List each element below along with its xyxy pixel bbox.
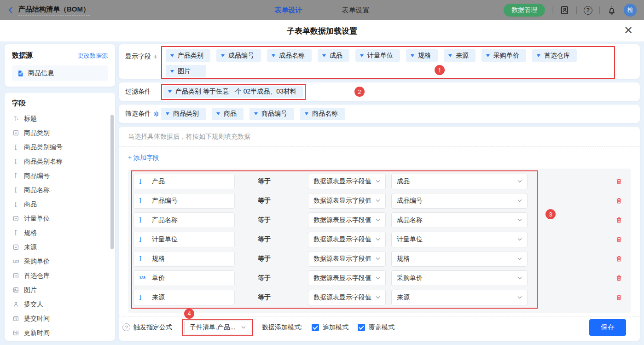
rule-value-select[interactable]: 成品 <box>391 174 528 189</box>
rule-field-input[interactable]: 产品名称 <box>133 212 235 228</box>
dropdown-triangle-icon <box>170 70 174 73</box>
field-item[interactable]: 首选仓库 <box>12 269 110 283</box>
field-item[interactable]: 提交人 <box>12 297 110 311</box>
field-item[interactable]: 商品 <box>12 197 110 211</box>
close-icon[interactable]: ✕ <box>624 25 633 36</box>
checkbox-checked-icon[interactable] <box>358 324 365 331</box>
field-item[interactable]: 提交时间 <box>12 311 110 326</box>
rule-source-select[interactable]: 数据源表显示字段值 <box>308 270 386 286</box>
trigger-formula-select[interactable]: 子件清单.产品... <box>184 321 251 334</box>
field-item[interactable]: 来源 <box>12 240 110 254</box>
rule-row: 单价 等于 数据源表显示字段值 采购单价 <box>133 270 631 286</box>
display-field-tag[interactable]: 规格 <box>406 49 438 62</box>
rule-source-select[interactable]: 数据源表显示字段值 <box>308 290 386 305</box>
avatar[interactable]: 检 <box>624 4 637 17</box>
display-field-tag[interactable]: 首选仓库 <box>532 49 577 62</box>
display-field-tag[interactable]: 采购单价 <box>482 49 526 62</box>
rule-value-select[interactable]: 成品名称 <box>391 212 528 228</box>
field-item[interactable]: 计量单位 <box>12 211 110 226</box>
field-item[interactable]: 规格 <box>12 226 110 240</box>
rule-value-select[interactable]: 规格 <box>391 251 528 267</box>
screening-tag[interactable]: 商品 <box>212 108 244 120</box>
rule-source-value: 数据源表显示字段值 <box>313 197 371 205</box>
rule-field-input[interactable]: 计量单位 <box>133 232 235 247</box>
append-mode-checkbox-group[interactable]: 追加模式 <box>312 323 348 332</box>
field-item[interactable]: 更新时间 <box>12 326 110 340</box>
rule-source-select[interactable]: 数据源表显示字段值 <box>308 232 386 247</box>
display-field-tag[interactable]: 成品名称 <box>267 49 312 62</box>
rule-field-input[interactable]: 来源 <box>133 290 235 305</box>
rule-field-input[interactable]: 产品编号 <box>133 193 235 209</box>
rule-value-select[interactable]: 计量单位 <box>391 232 528 247</box>
field-item[interactable]: 商品名称 <box>12 183 110 197</box>
datasource-item[interactable]: 商品信息 <box>12 65 108 81</box>
field-label: 更新时间 <box>24 329 50 337</box>
rule-field-input[interactable]: 单价 <box>133 270 235 286</box>
trash-icon[interactable] <box>615 197 622 204</box>
trash-icon[interactable] <box>615 255 622 262</box>
field-item[interactable]: 商品类别名称 <box>12 154 110 169</box>
change-datasource-link[interactable]: 更改数据源 <box>78 52 108 60</box>
rule-field-name: 单价 <box>152 274 165 282</box>
display-field-tag[interactable]: 成品编号 <box>216 49 261 62</box>
rules-rows-container: 产品 等于 数据源表显示字段值 成品 产品编号 等于 数据源表显示字段值 成品编… <box>128 169 631 313</box>
tag-label: 计量单位 <box>367 52 393 60</box>
field-item[interactable]: 商品编号 <box>12 169 110 183</box>
display-field-tag[interactable]: 计量单位 <box>355 49 400 62</box>
rule-field-name: 计量单位 <box>152 235 178 244</box>
tag-label: 成品 <box>330 52 342 60</box>
gear-icon[interactable] <box>153 111 159 117</box>
address-book-icon[interactable] <box>559 5 569 15</box>
checkbox-checked-icon[interactable] <box>312 324 319 331</box>
field-item[interactable]: 图片 <box>12 283 110 297</box>
chevron-down-icon <box>241 326 246 329</box>
tab-form-settings[interactable]: 表单设置 <box>342 6 370 15</box>
trash-icon[interactable] <box>615 178 622 185</box>
rule-value-select[interactable]: 采购单价 <box>391 270 528 286</box>
rule-field-input[interactable]: 产品 <box>133 174 235 189</box>
rule-source-value: 数据源表显示字段值 <box>313 255 371 263</box>
rule-source-select[interactable]: 数据源表显示字段值 <box>308 193 386 209</box>
save-button[interactable]: 保存 <box>589 319 626 336</box>
trash-icon[interactable] <box>615 236 622 243</box>
bell-icon[interactable] <box>607 5 617 15</box>
display-field-tag[interactable]: 成品 <box>318 49 349 62</box>
dropdown-triangle-icon <box>216 112 220 115</box>
rule-value-select[interactable]: 成品编号 <box>391 193 528 209</box>
help-icon[interactable]: ? <box>122 323 130 331</box>
help-icon[interactable]: ? <box>584 6 592 15</box>
rule-source-select[interactable]: 数据源表显示字段值 <box>308 174 386 189</box>
tab-form-design[interactable]: 表单设计 <box>275 6 302 15</box>
screening-tag[interactable]: 商品名称 <box>300 108 345 120</box>
add-field-link[interactable]: + 添加字段 <box>119 147 640 168</box>
field-item[interactable]: 商品类别编号 <box>12 140 110 154</box>
add-display-field-button[interactable]: + <box>153 53 157 60</box>
screening-tag[interactable]: 商品类别 <box>161 108 206 120</box>
annotation-badge-2: 2 <box>354 87 365 97</box>
field-label: 商品类别编号 <box>24 143 63 152</box>
display-field-tag[interactable]: 产品类别 <box>166 49 210 62</box>
rule-field-name: 来源 <box>152 293 165 302</box>
overwrite-mode-checkbox-group[interactable]: 覆盖模式 <box>358 323 395 332</box>
field-label: 提交时间 <box>24 315 50 323</box>
rule-value-select[interactable]: 来源 <box>391 290 528 305</box>
field-item[interactable]: 商品类别 <box>12 126 110 140</box>
rule-field-input[interactable]: 规格 <box>133 251 235 267</box>
filter-condition-tag[interactable]: 产品类别 等于任意一个 02半成品、03材料 <box>163 86 303 98</box>
field-item[interactable]: 采购单价 <box>12 254 110 269</box>
dropdown-triangle-icon <box>168 90 172 93</box>
trash-icon[interactable] <box>615 294 622 301</box>
field-item[interactable]: 标题 <box>12 111 110 126</box>
display-field-tag[interactable]: 来源 <box>444 49 476 62</box>
rule-source-select[interactable]: 数据源表显示字段值 <box>308 212 386 228</box>
trash-icon[interactable] <box>615 275 622 281</box>
trash-icon[interactable] <box>615 216 622 223</box>
text-icon <box>12 173 19 179</box>
data-manage-button[interactable]: 数据管理 <box>504 4 545 17</box>
rule-source-select[interactable]: 数据源表显示字段值 <box>308 251 386 267</box>
field-label: 商品 <box>24 200 37 209</box>
scrollbar[interactable] <box>110 115 114 249</box>
tag-label: 产品类别 <box>178 52 203 60</box>
screening-tag[interactable]: 商品编号 <box>249 108 294 120</box>
display-field-tag[interactable]: 图片 <box>166 65 206 77</box>
